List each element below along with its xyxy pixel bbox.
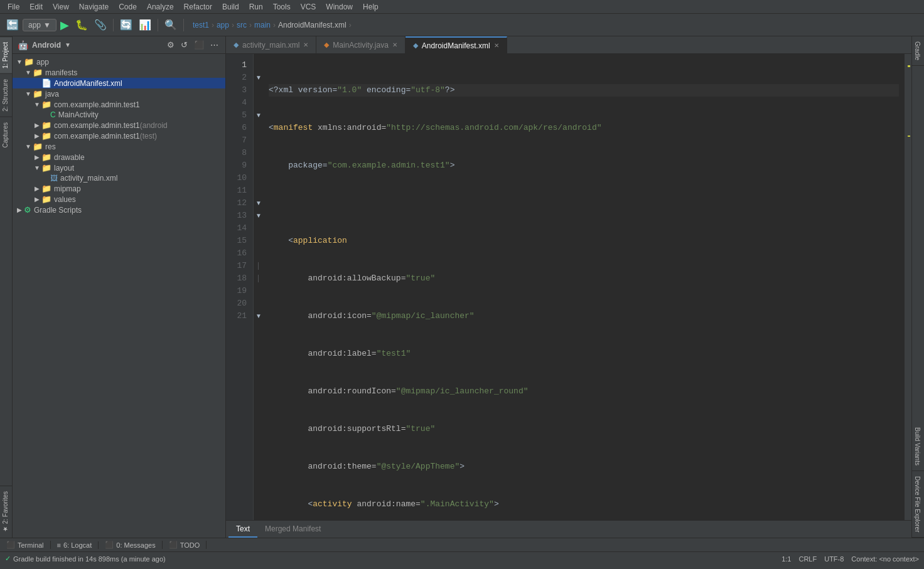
toolbar-profile-btn[interactable]: 📊 [136,18,154,32]
tree-item-res[interactable]: ▼ 📁 res [13,141,225,152]
project-sync-btn[interactable]: ↺ [179,40,190,50]
tree-item-gradle-scripts[interactable]: ▶ ⚙ Gradle Scripts [13,205,225,215]
fold-marker-2[interactable]: ▼ [254,72,264,84]
fold-marker-5[interactable]: ▼ [254,109,264,122]
status-line-ending[interactable]: CRLF [798,555,817,563]
tree-arrow-com-example[interactable]: ▼ [33,101,41,108]
fold-marker-1 [254,59,264,72]
toolbar-search-btn[interactable]: 🔍 [162,18,180,32]
menu-help[interactable]: Help [358,0,384,13]
fold-marker-12[interactable]: ▼ [254,197,264,210]
fold-marker-13[interactable]: ▼ [254,210,264,222]
tab-mainactivity[interactable]: ◆ MainActivity.java ✕ [316,36,405,53]
tree-item-com-test[interactable]: ▶ 📁 com.example.admin.test1 (test) [13,130,225,141]
tab-todo[interactable]: ⬛ TODO [163,541,207,549]
tab-close-androidmanifest[interactable]: ✕ [494,42,499,49]
sidebar-item-project[interactable]: 1: Project [0,36,12,73]
tree-item-java[interactable]: ▼ 📁 java [13,88,225,99]
fold-marker-21[interactable]: ▼ [254,310,264,322]
tab-messages[interactable]: ⬛ 0: Messages [99,541,162,549]
tab-activity-main[interactable]: ◆ activity_main.xml ✕ [226,36,316,53]
tree-arrow-res[interactable]: ▼ [24,143,33,150]
tree-item-activity-main[interactable]: 🖼 activity_main.xml [13,173,225,183]
tab-close-activity-main[interactable]: ✕ [303,41,308,48]
menu-code[interactable]: Code [114,0,142,13]
tree-item-com-android[interactable]: ▶ 📁 com.example.admin.test1 (android [13,120,225,130]
tree-item-app[interactable]: ▼ 📁 app [13,56,225,67]
tab-merged-manifest[interactable]: Merged Manifest [257,521,328,538]
tab-label-mainactivity: MainActivity.java [333,41,388,50]
code-line-6: android:allowBackup="true" [269,272,899,285]
toolbar-debug-btn[interactable]: 🐛 [73,18,90,32]
tab-logcat[interactable]: ≡ 6: Logcat [51,541,99,549]
breadcrumb-project[interactable]: test1 [193,21,209,29]
bottom-panel: ⬛ Terminal ≡ 6: Logcat ⬛ 0: Messages ⬛ T… [0,538,924,551]
menu-vcs[interactable]: VCS [296,0,321,13]
breadcrumb-file[interactable]: AndroidManifest.xml [278,21,346,29]
tree-item-manifests[interactable]: ▼ 📁 manifests [13,67,225,78]
tab-androidmanifest[interactable]: ◆ AndroidManifest.xml ✕ [406,36,507,53]
tree-arrow-app[interactable]: ▼ [15,58,24,65]
sidebar-item-favorites[interactable]: ★ 2: Favorites [0,486,12,538]
fold-marker-18[interactable]: │ [254,272,264,285]
tree-item-com-example[interactable]: ▼ 📁 com.example.admin.test1 [13,99,225,110]
project-more-btn[interactable]: ⋯ [208,40,220,50]
tree-item-drawable[interactable]: ▶ 📁 drawable [13,152,225,162]
project-dropdown-arrow-icon[interactable]: ▼ [65,41,71,48]
menu-view[interactable]: View [48,0,74,13]
tab-close-mainactivity[interactable]: ✕ [392,41,397,48]
tree-arrow-mipmap[interactable]: ▶ [33,185,41,192]
project-collapse-btn[interactable]: ⬛ [192,40,206,50]
menu-analyze[interactable]: Analyze [142,0,179,13]
tree-item-values[interactable]: ▶ 📁 values [13,194,225,205]
tree-arrow-com-test[interactable]: ▶ [33,132,41,139]
menu-edit[interactable]: Edit [24,0,48,13]
menu-refactor[interactable]: Refactor [179,0,217,13]
status-left: ✓ Gradle build finished in 14s 898ms (a … [5,555,166,563]
menu-run[interactable]: Run [244,0,268,13]
tab-text[interactable]: Text [228,521,257,538]
tree-arrow-com-android[interactable]: ▶ [33,122,41,129]
sidebar-item-device-explorer[interactable]: Device File Explorer [912,471,924,538]
sidebar-item-captures[interactable]: Captures [0,117,12,153]
status-encoding[interactable]: UTF-8 [824,555,844,563]
fold-marker-17[interactable]: │ [254,260,264,272]
line-num-10: 10 [228,172,250,184]
breadcrumb-src[interactable]: src [237,21,247,29]
sidebar-item-build-variants[interactable]: Build Variants [912,422,924,471]
folder-java-icon: 📁 [33,89,43,98]
tree-item-mipmap[interactable]: ▶ 📁 mipmap [13,183,225,194]
menu-navigate[interactable]: Navigate [74,0,114,13]
app-dropdown[interactable]: app ▼ [23,19,56,31]
project-settings-btn[interactable]: ⚙ [165,40,176,50]
run-button[interactable]: ▶ [58,17,72,33]
tab-terminal[interactable]: ⬛ Terminal [0,541,51,549]
sidebar-item-gradle[interactable]: Gradle [912,36,924,66]
sidebar-item-structure[interactable]: 2: Structure [0,73,12,117]
tree-arrow-gradle[interactable]: ▶ [15,206,24,213]
tree-item-androidmanifest[interactable]: 📄 AndroidManifest.xml [13,78,225,88]
menu-tools[interactable]: Tools [268,0,296,13]
tree-arrow-drawable[interactable]: ▶ [33,154,41,161]
fold-marker-4 [254,97,264,109]
folder-manifests-icon: 📁 [33,68,43,77]
status-position[interactable]: 1:1 [782,555,791,563]
tree-arrow-java[interactable]: ▼ [24,90,33,97]
tree-arrow-manifests[interactable]: ▼ [24,69,33,76]
line-num-18: 18 [228,272,250,285]
code-content[interactable]: <?xml version="1.0" encoding="utf-8"?> <… [264,54,904,520]
tree-arrow-values[interactable]: ▶ [33,196,41,203]
project-header-icons: ⚙ ↺ ⬛ ⋯ [165,40,220,50]
menu-file[interactable]: File [3,0,24,13]
toolbar-sync-btn[interactable]: 🔄 [117,18,135,32]
tree-item-mainactivity[interactable]: C MainActivity [13,110,225,120]
breadcrumb-main[interactable]: main [254,21,271,29]
todo-icon: ⬛ [169,541,178,549]
tree-item-layout[interactable]: ▼ 📁 layout [13,162,225,173]
tree-arrow-layout[interactable]: ▼ [33,164,41,171]
menu-build[interactable]: Build [217,0,244,13]
menu-window[interactable]: Window [321,0,358,13]
toolbar-back-btn[interactable]: 🔙 [4,18,21,32]
toolbar-attach-btn[interactable]: 📎 [92,18,109,32]
breadcrumb-app[interactable]: app [217,21,229,29]
